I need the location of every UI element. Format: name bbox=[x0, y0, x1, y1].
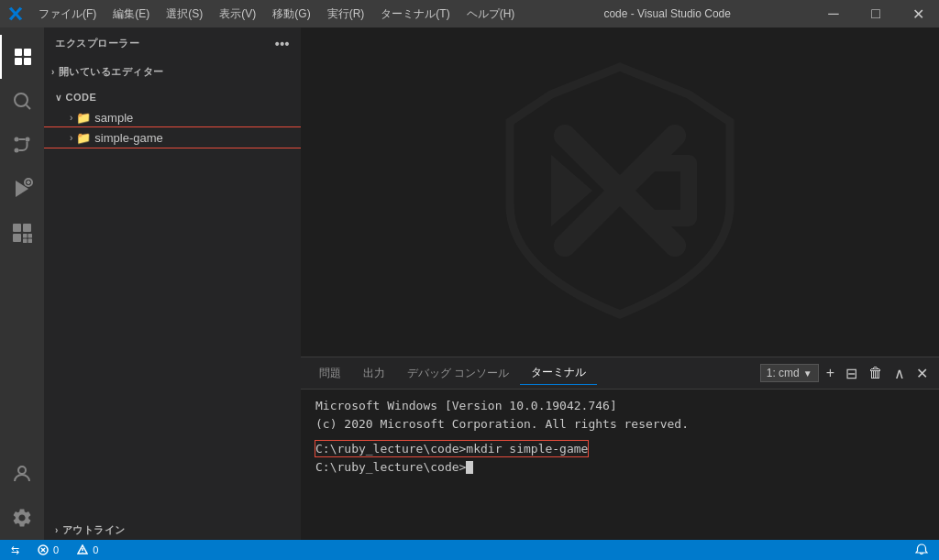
explorer-icon bbox=[12, 46, 34, 68]
main-area: エクスプローラー ••• › 開いているエディター ∨ CODE › 📁 bbox=[0, 27, 939, 540]
terminal-instance-label: 1: cmd bbox=[767, 367, 800, 379]
svg-rect-13 bbox=[13, 224, 21, 232]
mkdir-command: C:\ruby_lecture\code>mkdir simple-game bbox=[315, 441, 588, 456]
svg-rect-0 bbox=[15, 49, 22, 56]
restore-button[interactable]: □ bbox=[855, 0, 897, 27]
svg-point-27 bbox=[83, 552, 83, 553]
sidebar: エクスプローラー ••• › 開いているエディター ∨ CODE › 📁 bbox=[44, 27, 301, 540]
activity-bar-item-account[interactable] bbox=[0, 452, 44, 496]
menu-terminal[interactable]: ターミナル(T) bbox=[373, 5, 457, 24]
close-button[interactable]: ✕ bbox=[897, 0, 939, 27]
svg-rect-17 bbox=[28, 234, 33, 238]
search-icon bbox=[11, 90, 33, 112]
tab-terminal[interactable]: ターミナル bbox=[520, 361, 597, 385]
svg-rect-19 bbox=[28, 239, 33, 244]
outline-section: › アウトライン bbox=[44, 516, 301, 540]
status-bar: ⇆ 0 0 bbox=[0, 540, 939, 560]
remote-icon: ⇆ bbox=[11, 544, 19, 556]
activity-bar-item-source-control[interactable] bbox=[0, 123, 44, 167]
terminal-cursor bbox=[466, 461, 473, 474]
status-bar-right bbox=[911, 544, 932, 556]
sidebar-header-actions: ••• bbox=[275, 37, 290, 51]
vscode-watermark bbox=[482, 53, 757, 331]
menu-run[interactable]: 実行(R) bbox=[320, 5, 372, 24]
menu-go[interactable]: 移動(G) bbox=[265, 5, 317, 24]
tab-output[interactable]: 出力 bbox=[352, 362, 396, 385]
sample-label: sample bbox=[94, 111, 133, 125]
terminal-line-2: (c) 2020 Microsoft Corporation. All righ… bbox=[315, 415, 924, 434]
terminal-line-command: C:\ruby_lecture\code>mkdir simple-game bbox=[315, 440, 924, 458]
kill-terminal-button[interactable]: 🗑 bbox=[865, 363, 887, 383]
svg-rect-1 bbox=[24, 49, 31, 56]
terminal-prompt-line: C:\ruby_lecture\code> bbox=[315, 458, 924, 477]
terminal-content[interactable]: Microsoft Windows [Version 10.0.19042.74… bbox=[301, 390, 939, 540]
window-title: code - Visual Studio Code bbox=[522, 7, 812, 20]
svg-rect-15 bbox=[13, 234, 21, 242]
menu-select[interactable]: 選択(S) bbox=[159, 5, 210, 24]
sidebar-header: エクスプローラー ••• bbox=[44, 27, 301, 60]
code-folder-header[interactable]: ∨ CODE bbox=[44, 87, 301, 107]
open-editors-label: 開いているエディター bbox=[59, 65, 164, 79]
activity-bar bbox=[0, 27, 44, 540]
window-controls: ─ □ ✕ bbox=[812, 0, 939, 27]
titlebar: ファイル(F) 編集(E) 選択(S) 表示(V) 移動(G) 実行(R) ター… bbox=[0, 0, 939, 27]
activity-bar-item-run[interactable] bbox=[0, 167, 44, 211]
simple-game-chevron-icon: › bbox=[70, 133, 72, 143]
extensions-icon bbox=[11, 222, 33, 244]
menu-view[interactable]: 表示(V) bbox=[212, 5, 263, 24]
svg-rect-14 bbox=[23, 224, 31, 232]
tab-problems[interactable]: 問題 bbox=[308, 362, 352, 385]
terminal-panel: 問題 出力 デバッグ コンソール ターミナル 1: cmd ▼ + ⊟ 🗑 ∧ … bbox=[301, 357, 939, 540]
terminal-tab-actions: 1: cmd ▼ + ⊟ 🗑 ∧ ✕ bbox=[760, 363, 932, 384]
notification-item[interactable] bbox=[911, 544, 932, 556]
activity-bar-item-settings[interactable] bbox=[0, 496, 44, 540]
menu-file[interactable]: ファイル(F) bbox=[31, 5, 104, 24]
notification-icon bbox=[915, 544, 928, 556]
activity-bar-item-extensions[interactable] bbox=[0, 211, 44, 255]
open-editors-header[interactable]: › 開いているエディター bbox=[44, 61, 301, 82]
code-folder-label: CODE bbox=[66, 92, 97, 103]
terminal-prompt: C:\ruby_lecture\code> bbox=[315, 460, 466, 474]
status-bar-left: ⇆ 0 0 bbox=[7, 544, 102, 556]
tree-item-sample[interactable]: › 📁 sample bbox=[44, 107, 301, 127]
outline-chevron-icon: › bbox=[55, 525, 59, 535]
warnings-item[interactable]: 0 bbox=[73, 544, 102, 555]
editor-area: 問題 出力 デバッグ コンソール ターミナル 1: cmd ▼ + ⊟ 🗑 ∧ … bbox=[301, 27, 939, 540]
copyright-text: (c) 2020 Microsoft Corporation. All righ… bbox=[315, 417, 689, 431]
source-control-icon bbox=[11, 134, 33, 156]
more-actions-icon[interactable]: ••• bbox=[275, 37, 290, 51]
titlebar-left: ファイル(F) 編集(E) 選択(S) 表示(V) 移動(G) 実行(R) ター… bbox=[7, 5, 522, 24]
minimize-button[interactable]: ─ bbox=[812, 0, 855, 27]
terminal-line-1: Microsoft Windows [Version 10.0.19042.74… bbox=[315, 397, 924, 415]
file-tree: › 📁 sample › 📁 simple-game bbox=[44, 107, 301, 148]
split-terminal-button[interactable]: ⊟ bbox=[842, 363, 861, 384]
tab-debug-console[interactable]: デバッグ コンソール bbox=[396, 362, 520, 385]
tree-item-simple-game[interactable]: › 📁 simple-game bbox=[44, 127, 301, 148]
editor-main bbox=[301, 27, 939, 357]
activity-bar-item-explorer[interactable] bbox=[0, 35, 44, 79]
folder-sample-icon: 📁 bbox=[76, 111, 91, 125]
folder-simple-game-icon: 📁 bbox=[76, 131, 91, 145]
code-section: ∨ CODE › 📁 sample › 📁 simple-game bbox=[44, 83, 301, 148]
explorer-title: エクスプローラー bbox=[55, 37, 139, 50]
menu-edit[interactable]: 編集(E) bbox=[105, 5, 157, 24]
svg-rect-2 bbox=[15, 58, 22, 65]
terminal-instance-dropdown[interactable]: 1: cmd ▼ bbox=[760, 364, 819, 382]
new-terminal-button[interactable]: + bbox=[823, 363, 838, 383]
svg-point-20 bbox=[18, 467, 26, 474]
svg-point-7 bbox=[26, 137, 30, 142]
dropdown-chevron-icon: ▼ bbox=[803, 368, 812, 379]
simple-game-label: simple-game bbox=[94, 131, 162, 145]
error-count: 0 bbox=[53, 544, 59, 555]
sample-chevron-icon: › bbox=[70, 113, 72, 123]
activity-bar-item-search[interactable] bbox=[0, 79, 44, 123]
close-panel-button[interactable]: ✕ bbox=[912, 363, 932, 384]
maximize-panel-button[interactable]: ∧ bbox=[890, 363, 909, 384]
errors-item[interactable]: 0 bbox=[34, 544, 62, 555]
windows-version-text: Microsoft Windows [Version 10.0.19042.74… bbox=[315, 399, 617, 412]
outline-header[interactable]: › アウトライン bbox=[44, 520, 301, 540]
titlebar-menu[interactable]: ファイル(F) 編集(E) 選択(S) 表示(V) 移動(G) 実行(R) ター… bbox=[31, 5, 522, 24]
error-icon bbox=[38, 544, 49, 555]
menu-help[interactable]: ヘルプ(H) bbox=[459, 5, 523, 24]
remote-icon-item[interactable]: ⇆ bbox=[7, 544, 23, 556]
